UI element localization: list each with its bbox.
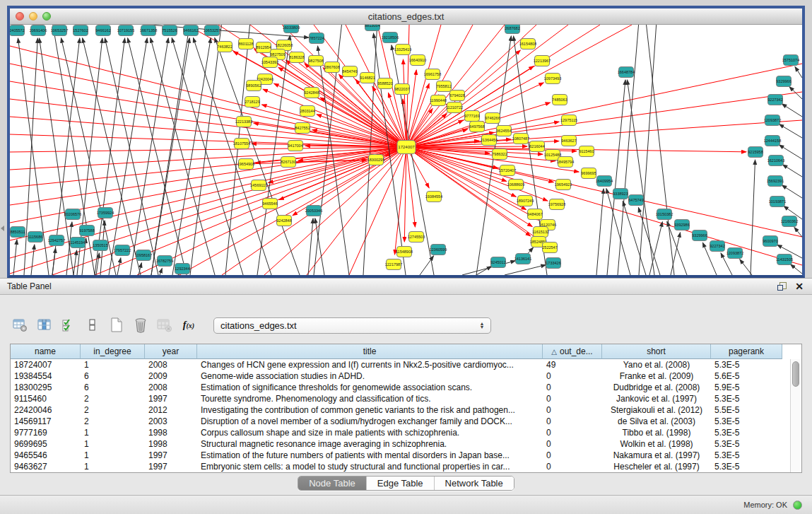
cell-name: 9463627 — [11, 461, 81, 472]
graph-node-label: 2718129 — [245, 100, 259, 104]
cell-title: Changes of HCN gene expression and I(f) … — [197, 359, 543, 370]
graph-node-label: 8186328 — [289, 55, 304, 59]
memory-status-indicator[interactable] — [793, 501, 802, 510]
graph-node-label: 8912954 — [256, 45, 271, 49]
show-columns-icon[interactable] — [34, 315, 55, 335]
row-height-icon[interactable] — [82, 315, 103, 335]
tab-network-table[interactable]: Network Table — [434, 477, 514, 490]
delete-columns-icon[interactable] — [130, 315, 151, 335]
cell-pagerank: 5.6E-5 — [711, 370, 782, 382]
graph-node-label: 9338923 — [613, 192, 628, 196]
cell-title: Structural magnetic resonance image aver… — [197, 438, 543, 450]
column-header-pagerank[interactable]: pagerank — [711, 344, 782, 359]
cell-out-de-: 0 — [543, 461, 602, 472]
table-row[interactable]: 1938455462009Genome-wide association stu… — [11, 370, 801, 382]
table-panel-title: Table Panel — [0, 281, 777, 291]
graph-node-label: 17359924 — [97, 211, 114, 215]
graph-node-label: 10150382 — [656, 212, 673, 216]
graph-node-label: 9699695 — [581, 171, 596, 175]
table-row[interactable]: 969969511998Structural magnetic resonanc… — [11, 438, 801, 450]
table-row[interactable]: 977716911998Corpus callosum shape and si… — [11, 427, 801, 438]
zoom-button[interactable] — [42, 12, 51, 21]
table-body: 1872400712008Changes of HCN gene express… — [11, 359, 801, 472]
cell-in-degree: 1 — [81, 438, 145, 450]
column-header-name[interactable]: name — [11, 344, 81, 359]
tab-node-table[interactable]: Node Table — [298, 477, 366, 490]
graph-node-label: 19218506 — [382, 35, 399, 40]
network-window-title: citations_edges.txt — [10, 11, 802, 22]
cell-name: 19384554 — [11, 370, 81, 382]
graph-node-label: 10193871 — [769, 199, 786, 204]
graph-node-label: 2803144 — [300, 109, 314, 113]
column-header-year[interactable]: year — [145, 344, 197, 359]
graph-node-label: 9746266 — [485, 116, 500, 120]
graph-node-label: 8454749 — [342, 69, 357, 74]
cell-out-de-: 0 — [543, 370, 602, 382]
table-row[interactable]: 911546021997Tourette syndrome. Phenomeno… — [11, 393, 801, 404]
graph-node-label: 10688609 — [507, 182, 524, 187]
graph-node-label: 8813054 — [365, 25, 379, 28]
table-row[interactable]: 2242004622012Investigating the contribut… — [11, 404, 801, 416]
graph-node-label: 12213967 — [534, 59, 551, 63]
column-header-short[interactable]: short — [602, 344, 711, 359]
cell-title: Genome-wide association studies in ADHD. — [197, 370, 543, 382]
network-file-select[interactable]: citations_edges.txt ▲▼ — [213, 317, 491, 334]
cell-in-degree: 1 — [81, 461, 145, 472]
table-header-row: namein_degreeyeartitle△out_de...shortpag… — [11, 344, 801, 359]
table-settings-icon[interactable] — [10, 315, 31, 335]
float-window-icon[interactable] — [777, 282, 787, 291]
graph-node-label: 9827508 — [308, 59, 323, 63]
graph-node-label: 16782759 — [156, 259, 173, 263]
close-panel-icon[interactable]: ✕ — [795, 282, 804, 291]
panel-collapse-arrow-icon[interactable] — [1, 226, 4, 231]
cell-name: 9465546 — [11, 450, 81, 461]
cell-year: 1998 — [145, 438, 197, 450]
graph-node-label: 9827509 — [270, 52, 285, 57]
graph-node-label: 9600970 — [763, 239, 777, 243]
network-window-titlebar[interactable]: citations_edges.txt — [10, 8, 802, 25]
graph-node-label: 9465546 — [262, 201, 277, 206]
table-row[interactable]: 946362711997Embryonic stem cells: a mode… — [11, 461, 801, 472]
graph-node-label: 12093872 — [764, 118, 781, 122]
graph-node-label: 16961758 — [424, 72, 441, 76]
table-row[interactable]: 1456911722003Disruption of a novel membe… — [11, 416, 801, 427]
minimize-button[interactable] — [29, 12, 37, 21]
cell-pagerank: 5.3E-5 — [711, 359, 782, 370]
table-scrollbar[interactable] — [790, 359, 801, 472]
cell-name: 14569117 — [11, 416, 81, 427]
node-table: namein_degreeyeartitle△out_de...shortpag… — [10, 344, 802, 473]
table-row[interactable]: 1830029562008Estimation of significance … — [11, 382, 801, 393]
graph-node-label: 12942757 — [48, 238, 65, 243]
graph-node-label: 9466162 — [183, 28, 198, 33]
column-header-title[interactable]: title — [197, 344, 543, 359]
cell-name: 18300295 — [11, 382, 81, 393]
table-scrollbar-thumb[interactable] — [792, 361, 799, 387]
close-button[interactable] — [16, 12, 24, 21]
table-row[interactable]: 946554611997Estimation of the future num… — [11, 450, 801, 461]
column-header-out-de-[interactable]: △out_de... — [543, 344, 602, 359]
function-builder-icon[interactable]: f(x) — [178, 315, 199, 335]
cell-year: 1998 — [145, 427, 197, 438]
create-column-icon[interactable] — [106, 315, 127, 335]
table-toolbar: f(x) citations_edges.txt ▲▼ — [10, 315, 491, 336]
tab-edge-table[interactable]: Edge Table — [366, 477, 434, 490]
cell-pagerank: 5.5E-5 — [711, 404, 782, 416]
cell-in-degree: 2 — [81, 416, 145, 427]
cell-year: 1997 — [145, 393, 197, 404]
cell-title: Corpus callosum shape and size in male p… — [197, 427, 543, 438]
select-all-columns-icon[interactable] — [58, 315, 79, 335]
graph-node-label: 2405572 — [10, 28, 25, 33]
graph-node-label: 15720407 — [499, 168, 516, 173]
cell-out-de-: 0 — [543, 393, 602, 404]
graph-node-label: 11431505 — [776, 257, 793, 262]
table-row[interactable]: 1872400712008Changes of HCN gene express… — [11, 359, 801, 370]
graph-node-label: 12217987 — [385, 262, 402, 267]
graph-node-label: 6497568 — [469, 124, 484, 129]
network-canvas[interactable]: 8601128891295418226058982750910543392818… — [10, 25, 802, 275]
cell-in-degree: 1 — [81, 359, 145, 370]
cell-short: de Silva et al. (2003) — [602, 416, 711, 427]
graph-node-label: 12360599 — [430, 247, 447, 252]
column-header-in-degree[interactable]: in_degree — [81, 344, 145, 359]
graph-node-label: 18226058 — [276, 43, 293, 47]
graph-node-label: 1733426 — [546, 261, 560, 265]
